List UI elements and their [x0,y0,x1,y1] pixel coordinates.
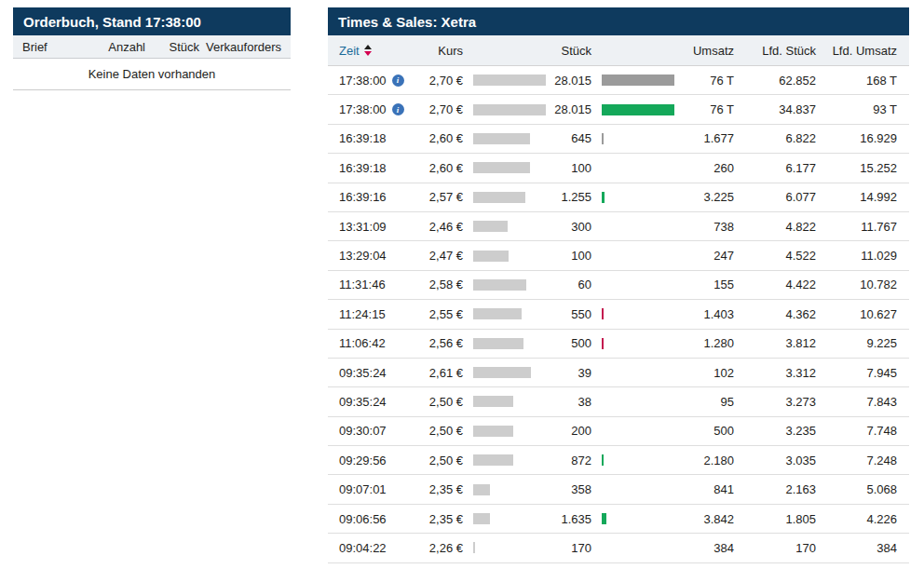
trade-volume: 100 [546,249,591,263]
sort-icon [364,45,372,56]
trade-turnover: 3.225 [685,190,734,204]
trade-row: 09:06:562,35 €1.6353.8421.8054.226 [328,505,909,534]
info-icon[interactable]: i [392,103,404,115]
trade-row: 09:35:242,50 €38953.2737.843 [328,387,909,416]
orderbook-title: Orderbuch, Stand 17:38:00 [13,7,291,35]
trade-time-label: 09:04:22 [339,541,387,555]
orderbook-panel: Orderbuch, Stand 17:38:00 Brief Anzahl S… [13,7,291,90]
trade-time-label: 16:39:18 [339,131,387,145]
trade-turnover: 1.677 [685,131,734,145]
trade-time: 13:29:04 [339,249,414,263]
trade-time-label: 09:06:56 [339,512,387,526]
price-bar-cell [463,279,546,291]
trade-volume: 550 [546,307,591,321]
price-bar [473,133,530,144]
price-bar [473,484,490,495]
info-icon[interactable]: i [392,75,404,87]
times-sales-title: Times & Sales: Xetra [328,7,909,35]
trade-time-label: 17:38:00 [339,74,387,88]
volume-bar [602,192,605,203]
column-header-kurs: Kurs [414,44,463,58]
volume-bar [602,308,604,319]
orderbook-col-verkauforders: Verkauforders [199,40,281,54]
orderbook-col-stueck: Stück [145,40,199,54]
trade-time-label: 13:31:09 [339,220,387,234]
running-volume: 2.163 [734,482,816,496]
trade-time: 09:35:24 [339,366,414,380]
column-header-zeit[interactable]: Zeit [339,44,414,58]
trade-turnover: 95 [685,395,734,409]
trade-turnover: 155 [685,278,734,291]
trade-row: 13:29:042,47 €1002474.52211.029 [328,241,909,270]
trade-time-label: 17:38:00 [339,102,387,116]
trade-row: 17:38:00i2,70 €28.01576 T62.852168 T [328,66,909,95]
trade-volume: 100 [546,161,591,175]
price-bar-cell [463,396,546,407]
running-volume: 62.852 [734,74,816,88]
running-turnover: 7.843 [816,395,897,409]
trade-turnover: 76 T [685,102,734,116]
running-volume: 4.362 [734,307,816,321]
running-turnover: 10.627 [816,307,897,321]
trade-time-label: 11:31:46 [339,278,386,291]
trade-volume: 645 [546,131,591,145]
price-bar [473,279,526,291]
price-bar [473,338,523,349]
price-bar [473,308,522,319]
trade-turnover: 3.842 [685,512,734,526]
trade-volume: 39 [546,366,591,380]
trade-row: 11:31:462,58 €601554.42210.782 [328,271,909,300]
trade-time: 09:07:01 [339,482,414,496]
trade-row: 09:29:562,50 €8722.1803.0357.248 [328,446,909,475]
trade-price: 2,55 € [414,307,463,321]
running-turnover: 11.029 [816,249,897,263]
trade-time: 09:30:07 [339,424,414,438]
running-turnover: 384 [816,541,897,555]
trade-price: 2,58 € [414,278,463,291]
running-turnover: 16.929 [816,131,897,145]
running-volume: 6.822 [734,131,816,145]
trade-row: 13:31:092,46 €3007384.82211.767 [328,212,909,241]
volume-bar-cell [591,75,685,86]
volume-bar-cell [591,308,685,319]
running-turnover: 93 T [816,102,897,116]
running-volume: 170 [734,541,816,555]
price-bar [473,513,490,524]
trade-time-label: 09:07:01 [339,482,387,496]
price-bar [473,75,546,86]
volume-bar [602,133,604,144]
running-turnover: 10.782 [816,278,897,291]
times-sales-column-headers: Zeit Kurs Stück Umsatz Lfd. Stück Lfd. U… [328,35,909,66]
price-bar-cell [463,104,546,115]
trade-turnover: 247 [685,249,734,263]
trade-time-label: 09:35:24 [339,366,387,380]
trade-turnover: 76 T [685,74,734,88]
orderbook-col-brief: Brief [22,40,88,54]
trade-row: 11:06:422,56 €5001.2803.8129.225 [328,330,909,359]
trade-price: 2,56 € [414,336,463,350]
running-volume: 4.822 [734,220,816,234]
running-volume: 4.522 [734,249,816,263]
trade-turnover: 738 [685,220,734,234]
price-bar-cell [463,308,546,319]
trade-volume: 872 [546,454,591,467]
trade-row: 11:24:152,55 €5501.4034.36210.627 [328,300,909,329]
price-bar [473,251,509,262]
volume-bar [602,104,674,115]
column-header-lfd-umsatz: Lfd. Umsatz [816,44,897,58]
trade-price: 2,35 € [414,512,463,526]
trade-turnover: 500 [685,424,734,438]
volume-bar-cell [591,104,685,115]
trade-time-label: 16:39:18 [339,161,387,175]
trade-price: 2,57 € [414,190,463,204]
trade-price: 2,50 € [414,454,463,467]
trade-turnover: 102 [685,366,734,380]
trade-price: 2,70 € [414,102,463,116]
trade-volume: 1.255 [546,190,591,204]
running-volume: 6.177 [734,161,816,175]
price-bar [473,221,508,232]
trade-time: 09:29:56 [339,454,414,467]
trade-price: 2,50 € [414,424,463,438]
running-volume: 3.035 [734,454,816,467]
running-volume: 3.235 [734,424,816,438]
